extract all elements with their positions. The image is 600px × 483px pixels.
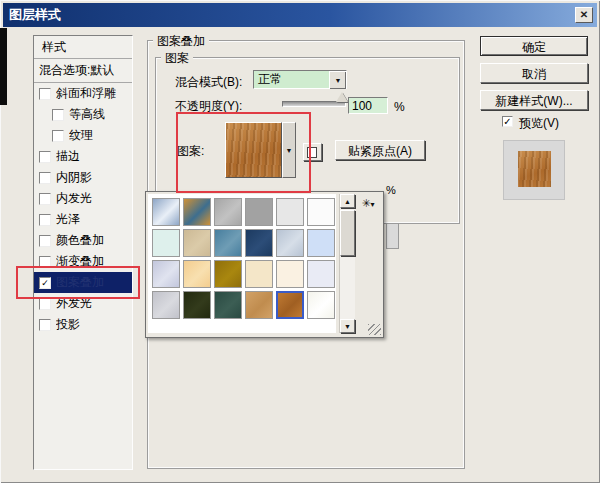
- checkbox[interactable]: [39, 256, 51, 268]
- screen-background-fragment: [0, 28, 7, 105]
- opacity-unit-label: %: [394, 100, 405, 114]
- pattern-swatch[interactable]: [307, 260, 335, 288]
- sidebar-item[interactable]: 颜色叠加: [34, 230, 132, 251]
- sidebar-item-label: 内发光: [56, 190, 92, 207]
- sidebar-item[interactable]: 光泽: [34, 209, 132, 230]
- pattern-swatch[interactable]: [152, 260, 180, 288]
- sidebar-item-label: 外发光: [56, 295, 92, 312]
- pattern-swatch[interactable]: [214, 291, 242, 319]
- sidebar-item-label: 纹理: [69, 127, 93, 144]
- sidebar-item[interactable]: 纹理: [34, 125, 132, 146]
- pattern-swatch[interactable]: [276, 229, 304, 257]
- swatch-area: [148, 194, 336, 333]
- pattern-swatch[interactable]: [152, 229, 180, 257]
- pattern-swatch[interactable]: [183, 260, 211, 288]
- ok-button[interactable]: 确定: [480, 36, 588, 56]
- chevron-down-icon[interactable]: ▼: [329, 71, 346, 89]
- sidebar-item[interactable]: 描边: [34, 146, 132, 167]
- pattern-swatch[interactable]: [214, 229, 242, 257]
- sidebar-item-styles[interactable]: 样式: [34, 36, 132, 59]
- sidebar-item[interactable]: 外发光: [34, 293, 132, 314]
- pattern-swatch[interactable]: [214, 260, 242, 288]
- styles-list: 样式 混合选项:默认 斜面和浮雕 等高线 纹理 描边 内阴影: [33, 35, 133, 470]
- sidebar-item[interactable]: 斜面和浮雕: [34, 83, 132, 104]
- checkbox[interactable]: [39, 298, 51, 310]
- flyout-caret-icon: ▾: [371, 200, 375, 209]
- sidebar-item-label: 描边: [56, 148, 80, 165]
- pattern-picker-popup: ▲ ▼ ✳▾: [145, 191, 384, 338]
- sidebar-item-label: 光泽: [56, 211, 80, 228]
- window-title: 图层样式: [9, 6, 61, 24]
- checkbox[interactable]: [52, 109, 64, 121]
- blend-mode-value: 正常: [254, 71, 329, 88]
- sidebar-item-blending-options[interactable]: 混合选项:默认: [34, 59, 132, 83]
- checkbox[interactable]: [39, 319, 51, 331]
- pattern-swatch[interactable]: [307, 291, 335, 319]
- sidebar-item-label: 投影: [56, 316, 80, 333]
- opacity-input[interactable]: 100: [348, 97, 388, 114]
- cancel-button[interactable]: 取消: [480, 63, 588, 83]
- pattern-swatch[interactable]: [183, 229, 211, 257]
- scrollbar-thumb[interactable]: [340, 210, 355, 256]
- pattern-swatch[interactable]: [307, 198, 335, 226]
- sidebar-item[interactable]: 投影: [34, 314, 132, 335]
- pattern-picker-arrow-icon[interactable]: ▼: [282, 122, 296, 178]
- pattern-swatch[interactable]: [245, 260, 273, 288]
- sidebar-item[interactable]: 等高线: [34, 104, 132, 125]
- picker-menu-button[interactable]: ✳▾: [356, 195, 380, 211]
- pattern-swatch[interactable]: [245, 229, 273, 257]
- layer-style-dialog: 图层样式 ✕ 样式 混合选项:默认 斜面和浮雕 等高线 纹理 描边: [0, 0, 600, 483]
- pattern-swatch[interactable]: [183, 291, 211, 319]
- ui-fragment: [386, 223, 399, 249]
- pattern-swatch[interactable]: [276, 291, 304, 319]
- sidebar-item-label: 颜色叠加: [56, 232, 104, 249]
- pattern-overlay-group-title: 图案叠加: [153, 33, 209, 50]
- preview-checkbox[interactable]: ✓: [502, 116, 513, 127]
- scroll-down-icon[interactable]: ▼: [340, 319, 355, 333]
- checkbox[interactable]: [39, 151, 51, 163]
- sidebar-item[interactable]: 内阴影: [34, 167, 132, 188]
- preview-pattern-image: [518, 151, 551, 187]
- swatch-grid: [152, 198, 338, 319]
- new-preset-button[interactable]: [303, 143, 322, 161]
- close-icon[interactable]: ✕: [575, 7, 593, 23]
- checkbox[interactable]: [39, 172, 51, 184]
- pattern-swatch[interactable]: [183, 198, 211, 226]
- pattern-label: 图案:: [177, 143, 204, 160]
- preview-thumbnail: [503, 140, 565, 200]
- new-style-button[interactable]: 新建样式(W)...: [480, 90, 588, 110]
- pattern-swatch[interactable]: [152, 291, 180, 319]
- sidebar-item[interactable]: 渐变叠加: [34, 251, 132, 272]
- resize-grip[interactable]: [368, 324, 381, 335]
- blend-mode-select[interactable]: 正常 ▼: [253, 70, 347, 89]
- sidebar-item-label: 渐变叠加: [56, 253, 104, 270]
- checkbox[interactable]: [39, 214, 51, 226]
- pattern-swatch[interactable]: [276, 260, 304, 288]
- sidebar-item-label: 斜面和浮雕: [56, 85, 116, 102]
- checkbox[interactable]: [39, 235, 51, 247]
- snap-to-origin-button[interactable]: 贴紧原点(A): [335, 140, 425, 160]
- sidebar-item-label: 等高线: [69, 106, 105, 123]
- sidebar-item[interactable]: ✓ 图案叠加: [34, 272, 132, 293]
- sidebar-item[interactable]: 内发光: [34, 188, 132, 209]
- checkbox[interactable]: [39, 88, 51, 100]
- pattern-swatch[interactable]: [214, 198, 242, 226]
- pattern-swatch[interactable]: [245, 291, 273, 319]
- pattern-thumbnail-button[interactable]: [225, 122, 282, 178]
- pattern-swatch[interactable]: [307, 229, 335, 257]
- checkbox[interactable]: [52, 130, 64, 142]
- pattern-swatch[interactable]: [152, 198, 180, 226]
- opacity-slider-thumb[interactable]: [336, 92, 348, 102]
- gear-icon: ✳: [361, 197, 370, 209]
- picker-scrollbar[interactable]: ▲ ▼: [339, 194, 355, 333]
- scale-unit-label: %: [386, 184, 396, 196]
- pattern-swatch[interactable]: [245, 198, 273, 226]
- scroll-up-icon[interactable]: ▲: [340, 194, 355, 208]
- titlebar[interactable]: 图层样式 ✕: [3, 3, 597, 27]
- pattern-swatch[interactable]: [276, 198, 304, 226]
- checkbox[interactable]: ✓: [39, 277, 51, 289]
- preview-label: 预览(V): [519, 115, 559, 132]
- checkbox[interactable]: [39, 193, 51, 205]
- sidebar-item-label: 内阴影: [56, 169, 92, 186]
- sidebar-item-label: 图案叠加: [56, 274, 104, 291]
